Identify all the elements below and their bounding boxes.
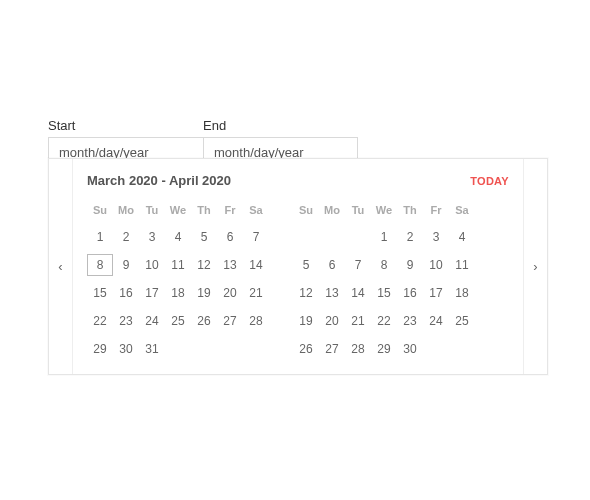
day-cell[interactable]: 28 [345, 338, 371, 360]
day-cell[interactable]: 23 [113, 310, 139, 332]
day-cell[interactable]: 21 [345, 310, 371, 332]
day-cell[interactable]: 20 [319, 310, 345, 332]
end-label: End [203, 118, 358, 133]
day-cell[interactable]: 1 [371, 226, 397, 248]
chevron-left-icon: ‹ [58, 259, 62, 274]
day-cell[interactable]: 3 [423, 226, 449, 248]
day-cell[interactable]: 11 [449, 254, 475, 276]
day-cell[interactable]: 21 [243, 282, 269, 304]
empty-cell [293, 226, 319, 248]
day-cell[interactable]: 8 [87, 254, 113, 276]
weekday-header: Su [87, 200, 113, 220]
day-cell[interactable]: 26 [293, 338, 319, 360]
start-label: Start [48, 118, 203, 133]
chevron-right-icon: › [533, 259, 537, 274]
month-grid: SuMoTuWeThFrSa12345678910111213141516171… [293, 200, 475, 360]
day-cell[interactable]: 28 [243, 310, 269, 332]
day-cell[interactable]: 13 [217, 254, 243, 276]
day-cell[interactable]: 15 [87, 282, 113, 304]
day-cell[interactable]: 16 [397, 282, 423, 304]
day-cell[interactable]: 24 [423, 310, 449, 332]
day-cell[interactable]: 22 [371, 310, 397, 332]
weekday-header: Sa [449, 200, 475, 220]
weekday-header: Fr [217, 200, 243, 220]
empty-cell [345, 226, 371, 248]
weekday-header: Th [397, 200, 423, 220]
day-cell[interactable]: 10 [139, 254, 165, 276]
day-cell[interactable]: 18 [449, 282, 475, 304]
day-cell[interactable]: 12 [191, 254, 217, 276]
day-cell[interactable]: 29 [371, 338, 397, 360]
day-cell[interactable]: 4 [165, 226, 191, 248]
day-cell[interactable]: 20 [217, 282, 243, 304]
day-cell[interactable]: 27 [217, 310, 243, 332]
day-cell[interactable]: 4 [449, 226, 475, 248]
weekday-header: Tu [139, 200, 165, 220]
weekday-header: Th [191, 200, 217, 220]
weekday-header: Su [293, 200, 319, 220]
day-cell[interactable]: 25 [449, 310, 475, 332]
day-cell[interactable]: 14 [345, 282, 371, 304]
month-grid: SuMoTuWeThFrSa12345678910111213141516171… [87, 200, 269, 360]
day-cell[interactable]: 19 [191, 282, 217, 304]
weekday-header: We [165, 200, 191, 220]
day-cell[interactable]: 5 [293, 254, 319, 276]
day-cell[interactable]: 6 [217, 226, 243, 248]
day-cell[interactable]: 17 [139, 282, 165, 304]
date-range-panel: ‹ March 2020 - April 2020 TODAY SuMoTuWe… [48, 158, 548, 375]
prev-month-button[interactable]: ‹ [49, 159, 73, 374]
today-button[interactable]: TODAY [470, 175, 509, 187]
day-cell[interactable]: 30 [113, 338, 139, 360]
day-cell[interactable]: 25 [165, 310, 191, 332]
empty-cell [319, 226, 345, 248]
day-cell[interactable]: 9 [113, 254, 139, 276]
day-cell[interactable]: 5 [191, 226, 217, 248]
day-cell[interactable]: 14 [243, 254, 269, 276]
day-cell[interactable]: 1 [87, 226, 113, 248]
day-cell[interactable]: 19 [293, 310, 319, 332]
day-cell[interactable]: 2 [113, 226, 139, 248]
day-cell[interactable]: 30 [397, 338, 423, 360]
day-cell[interactable]: 15 [371, 282, 397, 304]
day-cell[interactable]: 23 [397, 310, 423, 332]
day-cell[interactable]: 2 [397, 226, 423, 248]
day-cell[interactable]: 26 [191, 310, 217, 332]
weekday-header: Mo [113, 200, 139, 220]
day-cell[interactable]: 17 [423, 282, 449, 304]
day-cell[interactable]: 27 [319, 338, 345, 360]
day-cell[interactable]: 7 [243, 226, 269, 248]
day-cell[interactable]: 12 [293, 282, 319, 304]
day-cell[interactable]: 22 [87, 310, 113, 332]
day-cell[interactable]: 10 [423, 254, 449, 276]
day-cell[interactable]: 13 [319, 282, 345, 304]
day-cell[interactable]: 29 [87, 338, 113, 360]
weekday-header: Tu [345, 200, 371, 220]
day-cell[interactable]: 31 [139, 338, 165, 360]
weekday-header: Fr [423, 200, 449, 220]
day-cell[interactable]: 8 [371, 254, 397, 276]
weekday-header: Mo [319, 200, 345, 220]
day-cell[interactable]: 7 [345, 254, 371, 276]
day-cell[interactable]: 3 [139, 226, 165, 248]
next-month-button[interactable]: › [523, 159, 547, 374]
day-cell[interactable]: 18 [165, 282, 191, 304]
day-cell[interactable]: 11 [165, 254, 191, 276]
weekday-header: Sa [243, 200, 269, 220]
range-title: March 2020 - April 2020 [87, 173, 231, 188]
day-cell[interactable]: 16 [113, 282, 139, 304]
day-cell[interactable]: 6 [319, 254, 345, 276]
weekday-header: We [371, 200, 397, 220]
day-cell[interactable]: 24 [139, 310, 165, 332]
day-cell[interactable]: 9 [397, 254, 423, 276]
